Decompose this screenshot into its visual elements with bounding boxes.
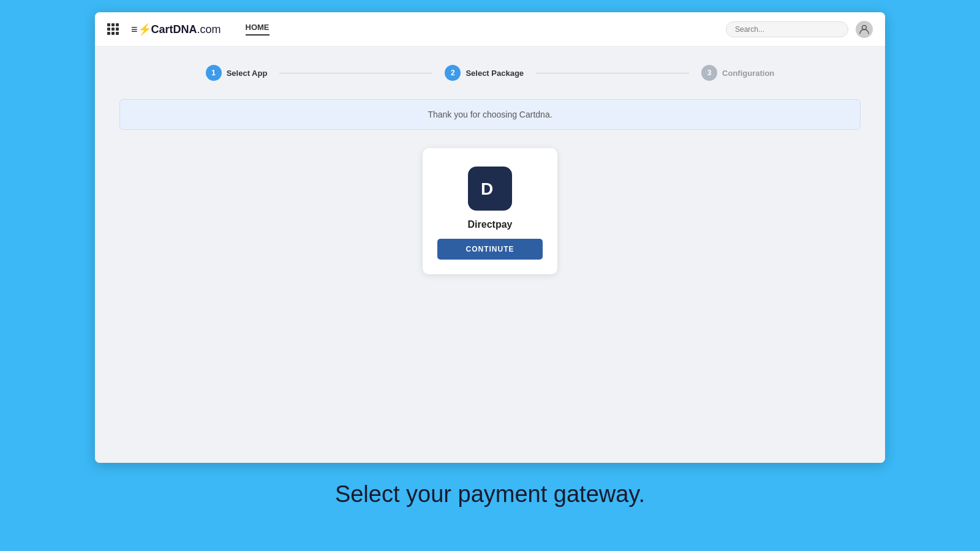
directpay-icon: D	[475, 174, 505, 203]
nav-home[interactable]: HOME	[246, 23, 270, 36]
user-avatar[interactable]	[856, 21, 873, 38]
stepper: 1 Select App 2 Select Package 3 Configur…	[119, 65, 861, 81]
step-2-number: 2	[445, 65, 461, 81]
step-2-label: Select Package	[466, 69, 524, 78]
step-line-1	[279, 73, 432, 73]
app-card: D Directpay CONTINUTE	[423, 148, 557, 274]
step-1-number: 1	[206, 65, 222, 81]
logo: ≡⚡CartDNA.com	[131, 23, 221, 36]
thank-you-text: Thank you for choosing Cartdna.	[428, 110, 552, 119]
top-nav: ≡⚡CartDNA.com HOME	[95, 12, 885, 47]
step-line-2	[536, 73, 689, 73]
logo-text: ≡⚡CartDNA.com	[131, 23, 221, 36]
directpay-logo: D	[468, 167, 512, 211]
svg-text:D: D	[481, 179, 493, 198]
step-3-label: Configuration	[722, 69, 774, 78]
step-1-label: Select App	[227, 69, 268, 78]
browser-window: ≡⚡CartDNA.com HOME 1 Sel	[95, 12, 885, 463]
app-name: Directpay	[468, 219, 513, 230]
search-input[interactable]	[726, 21, 848, 37]
step-1: 1 Select App	[206, 65, 268, 81]
nav-right	[726, 21, 873, 38]
app-card-container: D Directpay CONTINUTE	[119, 148, 861, 274]
step-3: 3 Configuration	[701, 65, 774, 81]
step-3-number: 3	[701, 65, 717, 81]
grid-menu-icon[interactable]	[107, 23, 119, 35]
thank-you-banner: Thank you for choosing Cartdna.	[119, 99, 861, 130]
page-content: 1 Select App 2 Select Package 3 Configur…	[95, 47, 885, 463]
step-2: 2 Select Package	[445, 65, 524, 81]
continue-button[interactable]: CONTINUTE	[437, 239, 543, 260]
bottom-caption: Select your payment gateway.	[335, 481, 645, 508]
nav-links: HOME	[246, 23, 270, 36]
